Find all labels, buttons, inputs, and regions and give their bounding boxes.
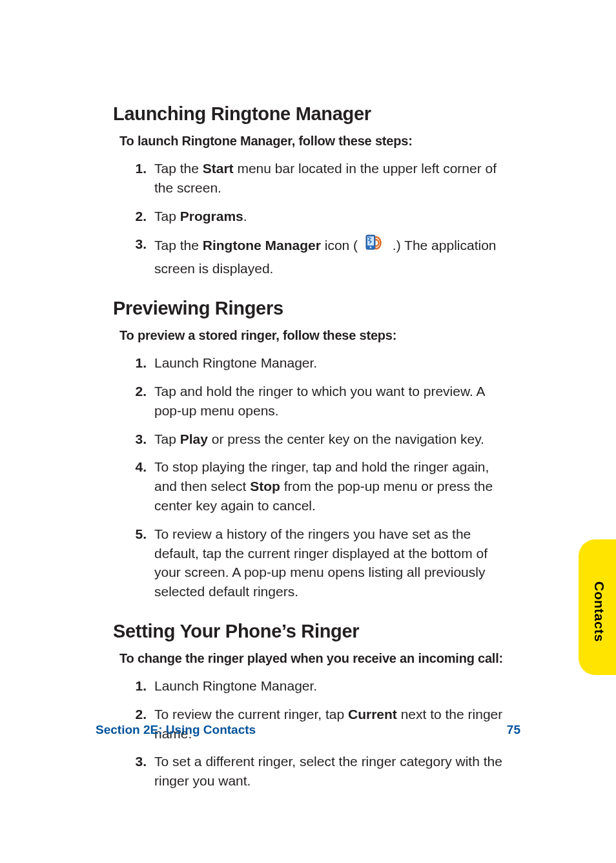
intro-launching: To launch Ringtone Manager, follow these… [119,134,513,149]
page-number: 75 [507,723,520,737]
svg-point-2 [370,247,372,249]
step-text: Tap [154,432,180,446]
list-item: Tap Programs. [140,207,513,226]
footer-section-title: Section 2E: Using Contacts [96,723,256,737]
list-item: Launch Ringtone Manager. [140,353,513,373]
ui-term-current: Current [348,707,397,722]
heading-setting-ringer: Setting Your Phone’s Ringer [113,621,513,642]
ui-term-start: Start [203,161,234,176]
list-item: Tap Play or press the center key on the … [140,430,513,449]
step-text: icon ( [321,238,358,253]
list-item: Tap the Start menu bar located in the up… [140,159,513,198]
ui-term-play: Play [180,432,208,446]
heading-previewing: Previewing Ringers [113,298,513,319]
step-text: Tap and hold the ringer to which you wan… [154,384,484,418]
list-item: To set a different ringer, select the ri… [140,752,513,791]
list-item: To stop playing the ringer, tap and hold… [140,457,513,515]
step-text: Launch Ringtone Manager. [154,355,317,370]
step-text: or press the center key on the navigatio… [208,432,484,446]
intro-setting-ringer: To change the ringer played when you rec… [119,651,513,666]
steps-launching: Tap the Start menu bar located in the up… [113,159,513,278]
ui-term-stop: Stop [250,479,280,494]
step-text: Launch Ringtone Manager. [154,678,317,693]
intro-previewing: To preview a stored ringer, follow these… [119,328,513,343]
ui-term-ringtone-manager: Ringtone Manager [203,238,321,253]
list-item: Tap and hold the ringer to which you wan… [140,382,513,421]
list-item: To review a history of the ringers you h… [140,525,513,601]
step-text: To set a different ringer, select the ri… [154,754,502,788]
step-text: To review the current ringer, tap [154,707,348,722]
list-item: Launch Ringtone Manager. [140,676,513,696]
step-text: Tap the [154,161,203,176]
step-text: Tap [154,209,180,224]
step-text: To review a history of the ringers you h… [154,526,488,599]
ringtone-manager-icon [365,234,385,256]
step-text: Tap the [154,238,203,253]
page-footer: Section 2E: Using Contacts 75 [96,723,520,737]
step-text: . [243,209,247,224]
ui-term-programs: Programs [180,209,243,224]
list-item: Tap the Ringtone Manager icon ( .) The a… [140,234,513,278]
section-tab-label: Contacts [591,581,607,642]
heading-launching: Launching Ringtone Manager [113,103,513,125]
steps-previewing: Launch Ringtone Manager. Tap and hold th… [113,353,513,601]
